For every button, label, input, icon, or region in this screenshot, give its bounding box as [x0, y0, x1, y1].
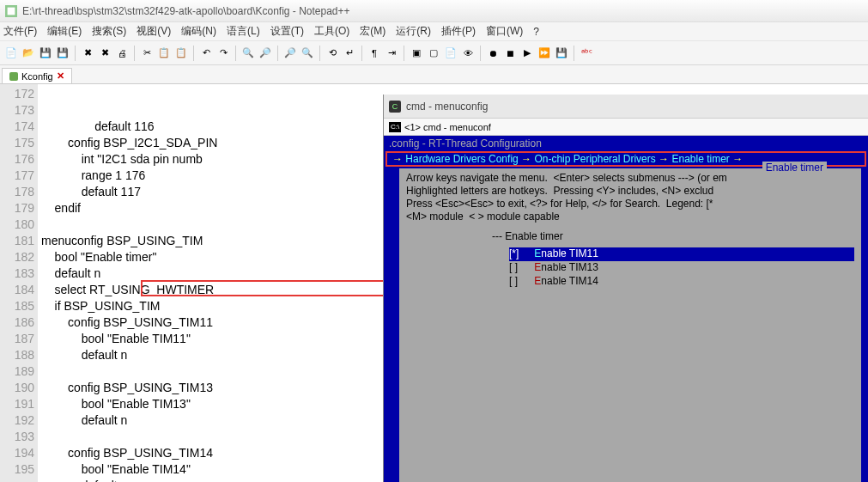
menu-section-title: --- Enable timer	[492, 230, 854, 242]
print-icon[interactable]: 🖨	[114, 46, 130, 61]
panel-title: Enable timer	[762, 162, 827, 174]
wordwrap-icon[interactable]: ↵	[342, 46, 357, 61]
menu-tools[interactable]: 工具(O)	[314, 24, 349, 39]
closeall-icon[interactable]: ✖	[97, 46, 112, 61]
savemacro-icon[interactable]: 💾	[554, 46, 569, 61]
monitor-icon[interactable]: 👁	[460, 46, 476, 61]
undo-icon[interactable]: ↶	[198, 46, 214, 61]
help-text: Arrow keys navigate the menu. <Enter> se…	[406, 172, 854, 223]
menu-plugins[interactable]: 插件(P)	[441, 24, 476, 39]
line-gutter: 1721731741751761771781791801811821831841…	[0, 84, 38, 482]
terminal[interactable]: .config - RT-Thread Configuration → Hard…	[384, 136, 868, 482]
separator	[319, 46, 320, 61]
menubar: 文件(F) 编辑(E) 搜索(S) 视图(V) 编码(N) 语言(L) 设置(T…	[0, 22, 868, 41]
cmd-title-text: cmd - menuconfig	[406, 101, 488, 113]
cmd-window: C cmd - menuconfig C:\ <1> cmd - menucon…	[383, 95, 868, 482]
separator	[193, 46, 194, 61]
fold-icon[interactable]: ▣	[409, 46, 424, 61]
svg-rect-1	[8, 7, 15, 15]
menuconfig-item[interactable]: [ ] Enable TIM13	[509, 261, 854, 275]
zoomin-icon[interactable]: 🔎	[282, 46, 298, 61]
menu-edit[interactable]: 编辑(E)	[47, 24, 82, 39]
separator	[75, 46, 76, 61]
save-icon[interactable]: 💾	[38, 46, 53, 61]
app-icon	[5, 5, 17, 17]
separator	[480, 46, 481, 61]
record-icon[interactable]: ⏺	[485, 46, 501, 61]
redo-icon[interactable]: ↷	[215, 46, 231, 61]
open-icon[interactable]: 📂	[21, 46, 36, 61]
menu-run[interactable]: 运行(R)	[396, 24, 431, 39]
unfold-icon[interactable]: ▢	[426, 46, 441, 61]
code-area[interactable]: default 116 config BSP_I2C1_SDA_PIN int …	[38, 84, 383, 482]
cmd-titlebar[interactable]: C cmd - menuconfig	[384, 95, 868, 119]
code-editor[interactable]: 1721731741751761771781791801811821831841…	[0, 84, 383, 482]
cut-icon[interactable]: ✂	[139, 46, 155, 61]
allchars-icon[interactable]: ¶	[367, 46, 382, 61]
menu-help[interactable]: ?	[533, 26, 539, 38]
spellcheck-icon[interactable]: ᵃᵇᶜ	[579, 46, 594, 61]
file-status-icon	[9, 72, 18, 81]
menuconfig-item[interactable]: [ ] Enable TIM14	[509, 275, 854, 289]
cmd-icon: C	[389, 101, 401, 113]
zoomout-icon[interactable]: 🔍	[300, 46, 315, 61]
menu-file[interactable]: 文件(F)	[3, 24, 37, 39]
window-title: E:\rt-thread\bsp\stm32\stm32f429-atk-apo…	[22, 5, 350, 17]
tabbar: Kconfig ✕	[0, 65, 868, 84]
file-tab[interactable]: Kconfig ✕	[2, 68, 72, 83]
replace-icon[interactable]: 🔎	[258, 46, 273, 61]
new-icon[interactable]: 📄	[3, 46, 19, 61]
saveall-icon[interactable]: 💾	[55, 46, 70, 61]
separator	[134, 46, 135, 61]
menu-items: [*] Enable TIM11[ ] Enable TIM13[ ] Enab…	[509, 247, 854, 289]
paste-icon[interactable]: 📋	[173, 46, 189, 61]
play-icon[interactable]: ▶	[519, 46, 535, 61]
copy-icon[interactable]: 📋	[156, 46, 172, 61]
separator	[277, 46, 278, 61]
menu-encoding[interactable]: 编码(N)	[181, 24, 216, 39]
indent-icon[interactable]: ⇥	[384, 46, 399, 61]
sync-icon[interactable]: ⟲	[325, 46, 340, 61]
menu-macro[interactable]: 宏(M)	[360, 24, 385, 39]
menuconfig-panel: Enable timer Arrow keys navigate the men…	[399, 168, 861, 482]
menu-search[interactable]: 搜索(S)	[92, 24, 126, 39]
separator	[361, 46, 362, 61]
tab-label: Kconfig	[21, 71, 53, 82]
cmd-subtitle-bar[interactable]: C:\ <1> cmd - menuconf	[384, 119, 868, 136]
menu-view[interactable]: 视图(V)	[137, 24, 171, 39]
term-config-line: .config - RT-Thread Configuration	[384, 136, 868, 151]
menu-language[interactable]: 语言(L)	[227, 24, 260, 39]
close-icon[interactable]: ✖	[80, 46, 95, 61]
cmd-sub-icon: C:\	[389, 122, 401, 132]
stop-icon[interactable]: ⏹	[502, 46, 518, 61]
menu-settings[interactable]: 设置(T)	[270, 24, 304, 39]
toolbar: 📄 📂 💾 💾 ✖ ✖ 🖨 ✂ 📋 📋 ↶ ↷ 🔍 🔎 🔎 🔍 ⟲ ↵ ¶ ⇥ …	[0, 41, 868, 65]
doc-icon[interactable]: 📄	[443, 46, 458, 61]
find-icon[interactable]: 🔍	[240, 46, 256, 61]
cmd-sub-text: <1> cmd - menuconf	[404, 122, 491, 132]
separator	[404, 46, 404, 61]
menuconfig-item[interactable]: [*] Enable TIM11	[509, 247, 854, 261]
tab-close-icon[interactable]: ✕	[57, 70, 64, 82]
playmulti-icon[interactable]: ⏩	[537, 46, 552, 61]
menu-window[interactable]: 窗口(W)	[486, 24, 523, 39]
window-titlebar: E:\rt-thread\bsp\stm32\stm32f429-atk-apo…	[0, 0, 868, 22]
separator	[574, 46, 574, 61]
separator	[235, 46, 236, 61]
